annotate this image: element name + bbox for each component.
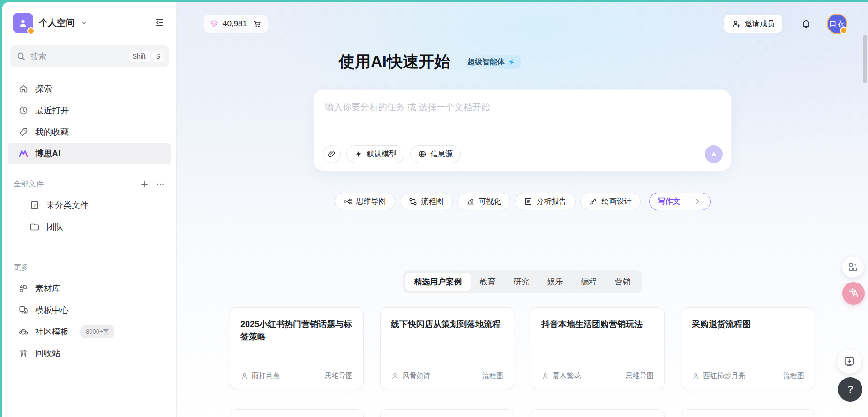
quick-action-drawing[interactable]: 绘画设计 [580,193,641,210]
info-source-button[interactable]: 信息源 [410,145,461,163]
sidebar-item-label: 未分类文件 [46,200,89,211]
buy-credits-button[interactable] [251,18,264,30]
monitor-download-icon [843,356,855,368]
bell-icon [801,18,812,30]
case-author: 夏木繁花 [553,372,581,380]
case-card[interactable]: 家庭应急物资储备清单与采购流程 [681,409,815,417]
quick-action-flowchart[interactable]: 流程图 [400,193,453,210]
gem-icon [210,19,219,29]
case-card[interactable]: 线下快闪店从策划到落地流程 风骨如诗 流程图 [380,307,514,389]
case-title: 线下快闪店从策划到落地流程 [391,318,503,330]
sidebar-item-explore[interactable]: 探索 [8,78,171,100]
quick-action-writing[interactable]: 写作文 [649,193,711,210]
sidebar-item-label: 模板中心 [35,305,69,316]
widgets-button[interactable] [842,256,864,278]
flowchart-icon [409,197,417,206]
tab-marketing[interactable]: 营销 [606,273,640,291]
sidebar-item-trash[interactable]: 回收站 [8,343,171,364]
case-card[interactable]: 高效能人士的七个习惯实践指南 [380,409,514,417]
sparkle-icon [508,58,516,66]
workspace-plan-badge [27,27,35,35]
user-avatar[interactable]: 口衣 [827,14,847,34]
widgets-sparkle-icon [848,262,858,272]
sidebar-item-unclassified[interactable]: ? 未分类文件 [8,194,171,216]
add-file-icon[interactable] [140,179,149,189]
collapse-sidebar-button[interactable] [152,15,167,31]
sidebar: 个人空间 搜索 Shift S 探索 最近打开 我的收藏 [2,2,177,417]
case-type: 思维导图 [626,372,654,380]
case-title: 2025小红书热门营销话题与标签策略 [240,318,353,343]
page-title: 使用AI快速开始 [339,51,450,73]
workspace-avatar [13,13,33,33]
tab-programming[interactable]: 编程 [572,273,606,291]
quick-action-label: 可视化 [479,197,501,207]
case-card[interactable]: 采购退货流程图 西红柿炒月亮 流程图 [681,307,815,389]
sidebar-item-template-center[interactable]: 模板中心 [8,299,171,321]
download-app-button[interactable] [837,350,861,374]
quick-action-report[interactable]: 分析报告 [515,193,576,210]
material-library-icon [18,283,29,294]
case-author: 风骨如诗 [402,372,430,380]
send-button[interactable] [705,145,723,163]
credits-balance[interactable]: 40,981 [204,15,268,33]
clock-icon [18,105,29,116]
model-selector-button[interactable]: 默认模型 [346,145,404,163]
case-card[interactable]: 2025小红书热门营销话题与标签策略 雨打芭蕉 思维导图 [230,307,364,389]
search-input[interactable]: 搜索 Shift S [10,45,169,67]
section-title: 更多 [14,263,29,273]
report-icon [524,197,532,206]
invite-members-button[interactable]: 邀请成员 [724,15,783,33]
sidebar-item-bosi-ai[interactable]: 博思AI [8,143,171,164]
more-section-header: 更多 [14,260,165,275]
case-card[interactable]: 个人知识管理体系构建思维导图 [531,409,665,417]
tab-research[interactable]: 研究 [505,273,539,291]
cart-icon [253,20,262,28]
notifications-button[interactable] [801,18,812,30]
sidebar-item-community-templates[interactable]: 社区模板 8000+套 [8,321,171,343]
topbar: 40,981 邀请成员 口衣 [177,2,868,34]
case-footer: 西红柿炒月亮 流程图 [692,372,804,380]
tab-featured-cases[interactable]: 精选用户案例 [405,273,471,291]
template-count-badge: 8000+套 [81,325,114,338]
globe-icon [418,150,427,158]
app-window: 个人空间 搜索 Shift S 探索 最近打开 我的收藏 [2,2,868,417]
help-button[interactable]: ? [838,377,862,402]
brush-icon [589,197,598,206]
paperclip-icon [328,150,336,158]
case-type: 流程图 [783,372,804,380]
case-card[interactable]: 抖音本地生活团购营销玩法 夏木繁花 思维导图 [531,307,665,389]
case-card[interactable]: 软件开发流程图 [230,409,364,417]
arrow-up-icon [710,150,718,158]
sidebar-item-materials[interactable]: 素材库 [8,278,171,299]
quick-action-label: 思维导图 [356,197,386,207]
person-icon [391,372,399,380]
tab-entertainment[interactable]: 娱乐 [539,273,572,291]
all-files-section-header: 全部文件 [14,177,165,192]
super-agent-label: 超级智能体 [467,57,505,67]
credits-amount: 40,981 [223,19,247,29]
help-label: ? [847,383,853,395]
more-options-icon[interactable] [156,179,165,189]
workspace-switcher[interactable]: 个人空间 [13,13,152,33]
case-category-tabs: 精选用户案例 教育 研究 娱乐 编程 营销 [403,270,642,293]
svg-text:?: ? [33,203,36,208]
quick-action-label: 绘画设计 [602,197,632,207]
workspace-name: 个人空间 [39,17,75,29]
tab-education[interactable]: 教育 [471,273,505,291]
attach-file-button[interactable] [323,145,341,163]
mindmap-icon [344,197,352,206]
translate-button[interactable]: 中 [842,282,865,305]
sidebar-item-favorites[interactable]: 我的收藏 [8,121,171,143]
sidebar-item-team[interactable]: 团队 [8,216,171,238]
shortcut-key-s: S [152,51,164,62]
trash-icon [18,348,29,358]
quick-action-mindmap[interactable]: 思维导图 [335,193,395,210]
quick-action-label: 写作文 [658,197,681,207]
prompt-input[interactable] [314,90,731,135]
person-icon [541,372,549,380]
sidebar-item-label: 最近打开 [35,105,69,116]
case-footer: 雨打芭蕉 思维导图 [240,372,353,380]
quick-action-visualization[interactable]: 可视化 [457,193,510,210]
scrollbar-thumb[interactable] [863,35,867,83]
sidebar-item-recent[interactable]: 最近打开 [8,100,171,121]
